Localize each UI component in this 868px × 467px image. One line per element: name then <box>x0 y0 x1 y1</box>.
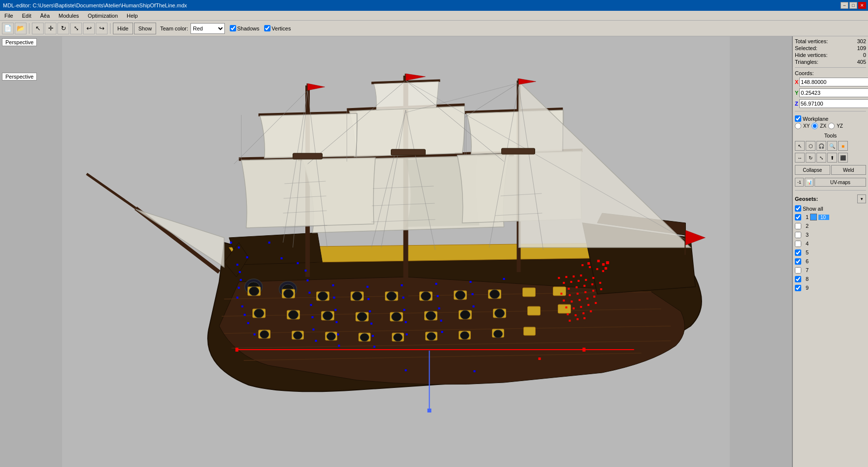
svg-rect-133 <box>310 304 312 306</box>
svg-point-61 <box>461 331 469 339</box>
geosets-collapse-btn[interactable]: ▾ <box>857 194 866 203</box>
collapse-button[interactable]: Collapse <box>795 165 830 175</box>
weld-button[interactable]: Weld <box>831 165 867 175</box>
hide-vertices-value: 0 <box>863 52 866 58</box>
geoset-9-checkbox[interactable] <box>795 285 801 291</box>
yz-label: YZ <box>837 123 843 129</box>
ship-canvas <box>0 36 792 467</box>
uvmaps-chart-btn[interactable]: 📊 <box>805 178 814 187</box>
toolbar-move-button[interactable]: ✛ <box>45 23 56 34</box>
svg-rect-181 <box>592 283 594 285</box>
viewport[interactable]: Perspective <box>0 36 792 467</box>
svg-point-25 <box>421 292 431 301</box>
geoset-3-checkbox[interactable] <box>795 232 801 238</box>
geoset-7-checkbox[interactable] <box>795 267 801 274</box>
svg-rect-190 <box>571 301 573 302</box>
svg-rect-196 <box>580 306 582 308</box>
svg-rect-202 <box>590 310 592 312</box>
svg-rect-18 <box>523 288 536 297</box>
close-button[interactable]: ✕ <box>858 2 866 9</box>
toolbar-new-button[interactable]: 📄 <box>2 23 14 34</box>
show-all-checkbox[interactable] <box>795 205 801 212</box>
toolbar-undo-button[interactable]: ↩ <box>83 23 95 34</box>
team-color-select[interactable]: Red Blue Teal Purple Yellow Orange <box>190 23 225 34</box>
menu-aea[interactable]: Äêa <box>38 12 53 20</box>
svg-rect-108 <box>518 79 519 86</box>
svg-rect-188 <box>600 288 602 290</box>
z-input[interactable] <box>799 99 868 108</box>
menu-optimization[interactable]: Optimization <box>85 12 120 20</box>
geoset-item-9: 9 <box>795 284 866 292</box>
svg-rect-19 <box>553 287 566 296</box>
workplane-checkbox[interactable] <box>795 115 801 122</box>
headphones-tool-btn[interactable]: 🎧 <box>816 141 826 151</box>
geoset-8-checkbox[interactable] <box>795 276 801 282</box>
geoset-4-checkbox[interactable] <box>795 241 801 247</box>
geoset-item-8: 8 <box>795 275 866 283</box>
paint-tool-btn[interactable]: ■ <box>838 141 848 151</box>
geoset-2-num: 2 <box>803 223 809 229</box>
svg-rect-130 <box>305 270 307 272</box>
xy-radio[interactable] <box>795 123 801 129</box>
zoom-tool-btn[interactable]: 🔍 <box>827 141 837 151</box>
geoset-1-checkbox[interactable] <box>795 214 801 220</box>
move-tool-btn[interactable]: ↔ <box>795 153 805 163</box>
y-label: Y <box>795 90 798 96</box>
svg-rect-155 <box>435 283 437 285</box>
y-input[interactable] <box>799 88 868 97</box>
svg-rect-143 <box>367 286 369 288</box>
geoset-5-checkbox[interactable] <box>795 249 801 256</box>
collapse-weld-row: Collapse Weld <box>795 165 866 175</box>
svg-point-26 <box>456 291 465 300</box>
uvmaps-button[interactable]: UV-maps <box>814 178 866 187</box>
svg-point-44 <box>461 310 470 319</box>
vertex-tool-btn[interactable]: ⬡ <box>806 141 815 151</box>
svg-rect-104 <box>405 74 406 82</box>
vertices-checkbox[interactable] <box>264 25 271 31</box>
minimize-button[interactable]: – <box>841 2 848 9</box>
menu-modules[interactable]: Modules <box>56 12 81 20</box>
menu-file[interactable]: File <box>2 12 16 20</box>
svg-rect-204 <box>577 318 579 320</box>
maximize-button[interactable]: □ <box>849 2 857 9</box>
svg-rect-169 <box>558 277 560 279</box>
yz-radio[interactable] <box>828 123 835 129</box>
geoset-3-num: 3 <box>803 232 809 238</box>
svg-rect-125 <box>247 322 249 324</box>
shadows-checkbox[interactable] <box>230 25 236 31</box>
toolbar-open-button[interactable]: 📂 <box>15 23 27 34</box>
hide-button[interactable]: Hide <box>113 23 133 34</box>
extrude-tool-btn[interactable]: ⬆ <box>827 153 837 163</box>
toolbar-redo-button[interactable]: ↪ <box>96 23 108 34</box>
show-button[interactable]: Show <box>134 23 157 34</box>
svg-rect-171 <box>573 275 575 277</box>
toolbar-scale-button[interactable]: ⤡ <box>70 23 82 34</box>
shadows-checkbox-label[interactable]: Shadows <box>230 25 259 31</box>
toolbar-select-button[interactable]: ↖ <box>32 23 44 34</box>
x-input[interactable] <box>799 78 868 86</box>
geoset-6-checkbox[interactable] <box>795 258 801 265</box>
rotate-tool-btn[interactable]: ↻ <box>806 153 815 163</box>
svg-rect-201 <box>583 312 585 314</box>
scale-tool-btn[interactable]: ⤡ <box>816 153 826 163</box>
svg-rect-153 <box>406 333 408 335</box>
weld-small-btn[interactable]: ⬛ <box>838 153 848 163</box>
menu-edit[interactable]: Edit <box>20 12 34 20</box>
zx-radio[interactable] <box>812 123 818 129</box>
svg-rect-120 <box>240 279 242 281</box>
select-tool-btn[interactable]: ↖ <box>795 141 805 151</box>
svg-rect-135 <box>313 329 315 330</box>
menu-help[interactable]: Help <box>124 12 140 20</box>
vertices-checkbox-label[interactable]: Vertices <box>264 25 291 31</box>
svg-rect-216 <box>539 357 541 360</box>
toolbar-rotate-button[interactable]: ↻ <box>57 23 69 34</box>
geosets-label: Geosets: <box>795 196 818 202</box>
uvmaps-minus-btn[interactable]: -1 <box>795 178 804 187</box>
svg-rect-37 <box>558 304 571 313</box>
svg-rect-176 <box>585 279 587 281</box>
svg-rect-183 <box>561 293 563 295</box>
geoset-2-checkbox[interactable] <box>795 223 801 229</box>
svg-rect-175 <box>578 280 580 282</box>
viewport-perspective-label: Perspective <box>2 38 37 46</box>
svg-rect-157 <box>438 307 440 309</box>
